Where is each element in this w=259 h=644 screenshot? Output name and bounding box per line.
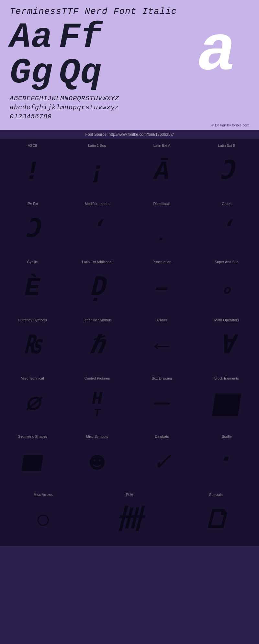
label-miscsymbols: Misc Symbols — [68, 435, 126, 438]
dark-section: Font Source: http://www.fontke.com/font/… — [0, 130, 259, 546]
char-ascii: ! — [25, 150, 40, 194]
cell-punctuation: Punctuation – — [130, 255, 194, 313]
cell-diacriticals: Diacriticals ̣ — [130, 197, 194, 255]
char-grid: ASCII ! Latin 1 Sup ¡ Latin Ext A Ā Lati… — [0, 139, 259, 488]
cell-misctech: Misc Technical ∅ — [0, 371, 65, 430]
cell-boxdrawing: Box Drawing ─ — [130, 371, 194, 430]
label-cyrillic: Cyrillic — [3, 260, 62, 264]
source-bar: Font Source: http://www.fontke.com/font/… — [0, 130, 259, 139]
cell-pua: PUA 卌 — [86, 488, 173, 546]
cell-latinexta: Latin Ext A Ā — [130, 139, 194, 197]
label-blockelems: Block Elements — [197, 376, 256, 380]
label-latinexta: Latin Ext A — [133, 144, 191, 147]
char-controlpics: HT — [92, 383, 102, 426]
alphabet-lower: abcdefghijklmnopqrstuvwxyz — [10, 103, 249, 112]
cell-braille: Braille ⠂ — [194, 430, 259, 488]
cell-specials: Specials 🗋 — [173, 488, 259, 546]
char-miscsymbols: ☻ — [89, 441, 105, 485]
char-punctuation: – — [154, 266, 170, 310]
cell-dingbats: Dingbats ✓ — [130, 430, 194, 488]
cell-latinextadd: Latin Ext Additional Ḍ — [65, 255, 130, 313]
cell-greek: Greek ʻ — [194, 197, 259, 255]
label-braille: Braille — [197, 435, 256, 438]
label-diacriticals: Diacriticals — [133, 202, 191, 206]
char-diacriticals: ̣ — [155, 208, 168, 252]
label-dingbats: Dingbats — [133, 435, 191, 438]
char-superandsub: ₒ — [220, 266, 233, 310]
cell-mathops: Math Operators ∀ — [194, 313, 259, 371]
cell-miscsymbols: Misc Symbols ☻ — [65, 430, 130, 488]
label-miscarrows: Misc Arrows — [3, 493, 83, 497]
label-latinextadd: Latin Ext Additional — [68, 260, 126, 264]
cell-superandsub: Super And Sub ₒ — [194, 255, 259, 313]
label-boxdrawing: Box Drawing — [133, 376, 191, 380]
char-pua: 卌 — [117, 499, 142, 543]
label-arrows: Arrows — [133, 318, 191, 322]
char-greek: ʻ — [220, 208, 233, 252]
label-latinextb: Latin Ext B — [197, 144, 256, 147]
label-currency: Currency Symbols — [3, 318, 62, 322]
cell-cyrillic: Cyrillic È — [0, 255, 65, 313]
char-arrows: ← — [154, 325, 170, 368]
header-section: TerminessTTF Nerd Font Italic Aa Ff Gg Q… — [0, 0, 259, 130]
preview-char-ff: Ff — [59, 20, 102, 55]
char-ipaext: Ɔ — [25, 208, 40, 252]
label-ipaext: IPA Ext — [3, 202, 62, 206]
label-mathops: Math Operators — [197, 318, 256, 322]
cell-blockelems: Block Elements — [194, 371, 259, 430]
preview-right: a — [185, 20, 249, 84]
char-mathops: ∀ — [219, 325, 234, 368]
cell-modletters: Modifier Letters ʻ — [65, 197, 130, 255]
cell-letterlike: Letterlike Symbols ℏ — [65, 313, 130, 371]
char-latinexta: Ā — [154, 150, 170, 194]
char-cyrillic: È — [25, 266, 40, 310]
char-modletters: ʻ — [91, 208, 103, 252]
cell-ipaext: IPA Ext Ɔ — [0, 197, 65, 255]
pair-row-1: Aa Ff — [10, 20, 185, 55]
alphabet-section: ABCDEFGHIJKLMNOPQRSTUVWXYZ abcdefghijklm… — [10, 94, 249, 121]
char-currency: ₨ — [25, 325, 40, 368]
cell-currency: Currency Symbols ₨ — [0, 313, 65, 371]
char-boxdrawing: ─ — [154, 383, 170, 426]
char-grid-3: Misc Arrows ○ PUA 卌 Specials 🗋 — [0, 488, 259, 546]
cell-latinextb: Latin Ext B Ɔ — [194, 139, 259, 197]
char-latinextb: Ɔ — [219, 150, 234, 194]
preview-char-qq: Qq — [59, 55, 102, 91]
char-latin1sup: ¡ — [89, 150, 105, 194]
preview-left: Aa Ff Gg Qq — [10, 20, 185, 91]
preview-area: Aa Ff Gg Qq a — [10, 20, 249, 91]
char-latinextadd: Ḍ — [89, 266, 105, 310]
char-blockelems — [214, 383, 240, 426]
char-geoshapes — [23, 441, 42, 485]
preview-char-aa: Aa — [10, 20, 52, 55]
preview-char-gg: Gg — [10, 55, 52, 91]
label-superandsub: Super And Sub — [197, 260, 256, 264]
char-letterlike: ℏ — [89, 325, 105, 368]
char-miscarrows: ○ — [35, 499, 51, 543]
label-controlpics: Control Pictures — [68, 376, 126, 380]
label-misctech: Misc Technical — [3, 376, 62, 380]
label-punctuation: Punctuation — [133, 260, 191, 264]
char-misctech: ∅ — [25, 383, 40, 426]
label-specials: Specials — [176, 493, 256, 497]
label-greek: Greek — [197, 202, 256, 206]
label-pua: PUA — [90, 493, 170, 497]
cell-arrows: Arrows ← — [130, 313, 194, 371]
preview-big-char: a — [197, 20, 236, 84]
label-ascii: ASCII — [3, 144, 62, 147]
label-modletters: Modifier Letters — [68, 202, 126, 206]
cell-ascii: ASCII ! — [0, 139, 65, 197]
block-shape — [212, 393, 241, 416]
copyright: © Design by fontke.com — [10, 123, 249, 127]
label-geoshapes: Geometric Shapes — [3, 435, 62, 438]
char-specials: 🗋 — [203, 499, 229, 543]
alphabet-upper: ABCDEFGHIJKLMNOPQRSTUVWXYZ — [10, 94, 249, 103]
label-latin1sup: Latin 1 Sup — [68, 144, 126, 147]
char-braille: ⠂ — [219, 441, 234, 485]
pair-row-2: Gg Qq — [10, 55, 185, 91]
cell-geoshapes: Geometric Shapes — [0, 430, 65, 488]
cell-miscarrows: Misc Arrows ○ — [0, 488, 86, 546]
digits-line: 0123456789 — [10, 112, 249, 121]
cell-latin1sup: Latin 1 Sup ¡ — [65, 139, 130, 197]
label-letterlike: Letterlike Symbols — [68, 318, 126, 322]
